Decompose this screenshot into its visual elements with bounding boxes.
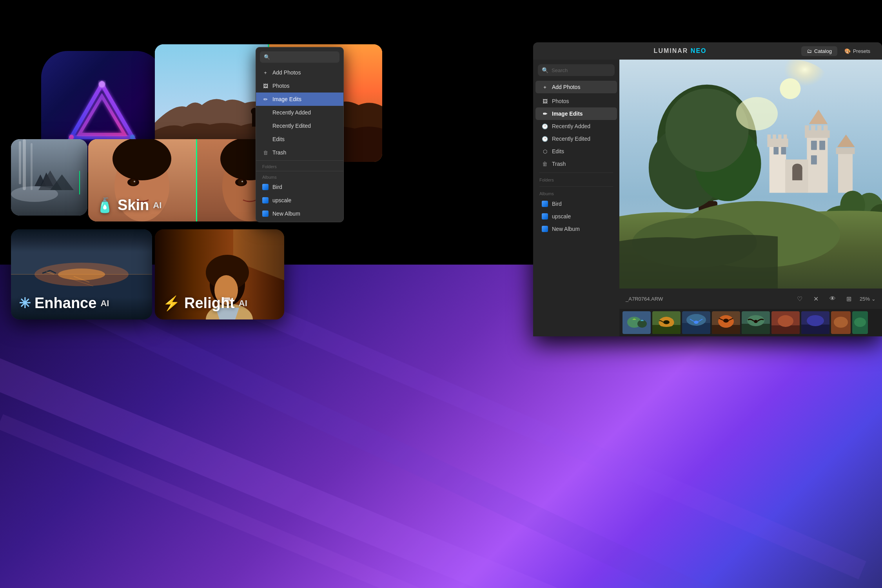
luminar-logo (63, 76, 141, 147)
app-window: LUMINAR NEO 🗂 Catalog 🎨 Presets 🔍 Search (533, 42, 882, 336)
menu-album-new-icon (262, 211, 269, 217)
zoom-control[interactable]: 25% ⌄ (860, 296, 876, 302)
filmstrip-thumb-3[interactable] (682, 311, 710, 334)
menu-recently-added-icon (262, 109, 269, 116)
svg-point-94 (686, 314, 706, 326)
sidebar-add-photos[interactable]: + Add Photos (535, 81, 617, 93)
menu-sep-2 (256, 171, 343, 171)
menu-album-upscale[interactable]: upscale (256, 194, 343, 207)
menu-album-bird-icon (262, 184, 269, 190)
delete-icon: ✕ (813, 295, 818, 303)
svg-point-54 (736, 97, 778, 131)
search-bar[interactable]: 🔍 Search (538, 64, 615, 76)
menu-edits[interactable]: Edits (256, 132, 343, 146)
image-edits-icon: ✏ (542, 111, 548, 117)
recently-edited-icon: 🕑 (542, 136, 548, 142)
eye-icon: 👁 (829, 295, 836, 302)
svg-rect-60 (784, 134, 787, 141)
svg-rect-13 (31, 143, 33, 190)
enhance-label: ✳ EnhanceAI (19, 295, 109, 312)
catalog-button[interactable]: 🗂 Catalog (801, 46, 837, 56)
titlebar-nav: 🗂 Catalog 🎨 Presets (801, 46, 876, 56)
menu-recently-edited[interactable]: Recently Edited (256, 119, 343, 132)
filmstrip (619, 309, 882, 336)
filmstrip-thumb-5[interactable] (742, 311, 770, 334)
svg-point-27 (238, 179, 244, 185)
sidebar-item-image-edits[interactable]: ✏ Image Edits (535, 107, 617, 120)
filmstrip-thumb-1[interactable] (622, 311, 651, 334)
filmstrip-thumb-4[interactable] (712, 311, 740, 334)
svg-point-75 (792, 163, 802, 172)
svg-point-109 (807, 315, 824, 326)
context-menu: 🔍 + Add Photos 🖼 Photos ✏ Image Edits Re… (256, 47, 344, 222)
sidebar-item-trash[interactable]: 🗑 Trash (535, 158, 617, 170)
filmstrip-thumb-6[interactable] (771, 311, 800, 334)
filmstrip-thumb-7[interactable] (801, 311, 829, 334)
svg-rect-63 (805, 125, 809, 132)
photos-icon: 🖼 (542, 98, 548, 104)
svg-point-113 (854, 318, 866, 327)
layout-button[interactable]: ⊞ (843, 293, 855, 305)
menu-folders-label: Folders (256, 162, 343, 170)
svg-point-4 (99, 81, 105, 87)
svg-point-91 (663, 320, 670, 324)
svg-point-53 (665, 89, 748, 172)
sidebar-item-edits[interactable]: ⬡ Edits (535, 145, 617, 158)
sidebar-album-upscale[interactable]: upscale (535, 210, 617, 223)
edits-icon: ⬡ (542, 148, 548, 154)
heart-icon: ♡ (797, 295, 802, 303)
svg-rect-73 (811, 155, 817, 164)
svg-point-103 (754, 320, 758, 323)
delete-button[interactable]: ✕ (810, 293, 822, 305)
album-upscale-icon (542, 213, 548, 220)
sidebar-album-bird[interactable]: Bird (535, 198, 617, 210)
enhance-ai-card: ✳ EnhanceAI (11, 229, 152, 319)
menu-trash-icon: 🗑 (262, 149, 269, 156)
search-icon: 🔍 (542, 67, 548, 73)
menu-trash[interactable]: 🗑 Trash (256, 146, 343, 159)
sidebar-item-recently-edited[interactable]: 🕑 Recently Edited (535, 132, 617, 145)
svg-rect-59 (778, 134, 781, 141)
menu-add-icon: + (262, 69, 269, 76)
svg-rect-66 (824, 125, 828, 132)
album-bird-icon (542, 201, 548, 207)
skin-label: 🧴 SkinAI (96, 197, 162, 214)
presets-icon: 🎨 (844, 48, 851, 54)
menu-photos[interactable]: 🖼 Photos (256, 79, 343, 93)
menu-album-new[interactable]: New Album (256, 207, 343, 220)
relight-label: ⚡ RelightAI (163, 295, 247, 312)
svg-rect-77 (836, 148, 855, 154)
menu-edits-icon (262, 136, 269, 142)
presets-button[interactable]: 🎨 Presets (839, 46, 876, 56)
svg-rect-12 (23, 139, 26, 190)
sidebar-item-photos[interactable]: 🖼 Photos (535, 95, 617, 107)
filmstrip-thumb-2[interactable] (652, 311, 681, 334)
sidebar-album-new[interactable]: New Album (535, 223, 617, 235)
svg-point-47 (780, 78, 800, 99)
eye-button[interactable]: 👁 (827, 293, 838, 305)
svg-rect-71 (811, 141, 817, 150)
layout-icon: ⊞ (846, 295, 851, 303)
svg-rect-57 (767, 134, 770, 141)
menu-album-upscale-icon (262, 197, 269, 203)
svg-rect-64 (811, 125, 815, 132)
menu-image-edits[interactable]: ✏ Image Edits (256, 93, 343, 106)
filmstrip-thumb-9[interactable] (852, 311, 868, 334)
svg-rect-69 (773, 147, 779, 154)
heart-button[interactable]: ♡ (794, 293, 806, 305)
app-title: LUMINAR NEO (559, 47, 801, 54)
catalog-icon: 🗂 (807, 48, 812, 54)
castle-scene-wrapper (619, 60, 882, 289)
main-content: _A7R0764.ARW ♡ ✕ 👁 ⊞ 25% ⌄ (619, 60, 882, 336)
svg-point-106 (778, 315, 793, 327)
filmstrip-thumb-8[interactable] (831, 311, 851, 334)
app-body: 🔍 Search + Add Photos 🖼 Photos ✏ Image E… (533, 60, 882, 336)
menu-album-bird[interactable]: Bird (256, 180, 343, 194)
sidebar-item-recently-added[interactable]: 🕐 Recently Added (535, 120, 617, 132)
sidebar-sep-2 (539, 186, 613, 187)
svg-rect-70 (781, 147, 786, 154)
menu-recently-added[interactable]: Recently Added (256, 106, 343, 119)
svg-point-28 (241, 181, 243, 182)
menu-add-photos[interactable]: + Add Photos (256, 66, 343, 79)
albums-section-label: Albums (533, 189, 619, 198)
